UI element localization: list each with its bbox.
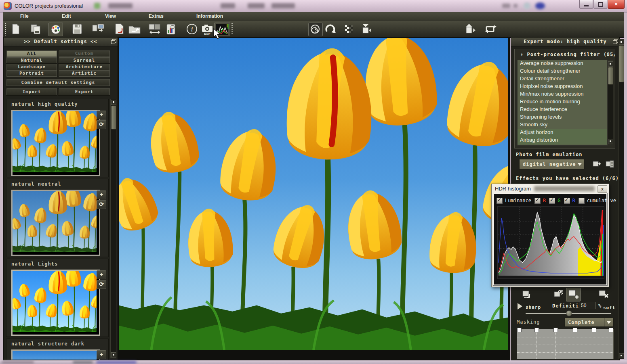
info-icon[interactable]: i xyxy=(185,23,199,36)
exif-icon[interactable]: EXIF xyxy=(200,23,214,36)
filter-item[interactable]: Average noise suppression xyxy=(518,60,607,68)
filter-item[interactable]: Smooth sky xyxy=(518,121,607,129)
maximize-button[interactable] xyxy=(593,0,607,9)
right-panel-scrollbar[interactable] xyxy=(618,39,624,359)
filter-item[interactable]: Min/max noise suppression xyxy=(518,91,607,98)
filter-item[interactable]: Colour detail strengthener xyxy=(518,68,607,75)
minimize-button[interactable] xyxy=(579,0,593,9)
mask-handle[interactable] xyxy=(609,328,613,332)
luminance-checkbox[interactable] xyxy=(497,198,503,204)
preset-item[interactable]: natural structure dark + xyxy=(6,339,109,360)
refresh-preset-icon[interactable]: ⟳ xyxy=(97,120,106,129)
definition-slider-thumb[interactable] xyxy=(566,310,572,316)
category-architecture-button[interactable]: Architecture xyxy=(59,64,110,70)
film-emulation-dropdown[interactable]: digital negative xyxy=(519,159,585,169)
batch-processing-icon[interactable] xyxy=(91,23,105,36)
filter-item[interactable]: Sharpening levels xyxy=(518,114,607,121)
cumulative-checkbox[interactable] xyxy=(579,198,585,204)
effect-remove-icon[interactable] xyxy=(598,289,610,300)
copy-project-icon[interactable] xyxy=(29,23,43,36)
category-surreal-button[interactable]: Surreal xyxy=(59,57,110,64)
red-checkbox[interactable] xyxy=(534,198,541,204)
filter-item[interactable]: Detail strengthener xyxy=(518,75,607,83)
import-button[interactable]: Import xyxy=(6,88,57,95)
close-button[interactable]: ✕ xyxy=(608,0,625,9)
zoom-out-icon[interactable] xyxy=(360,23,372,36)
filter-item[interactable]: Hotpixel noise suppression xyxy=(518,83,607,91)
masking-dropdown[interactable]: Complete xyxy=(564,318,614,327)
blue-checkbox[interactable] xyxy=(564,198,570,204)
filter-item[interactable]: Reduce interference xyxy=(518,106,607,114)
expand-triangle-icon[interactable] xyxy=(518,303,526,310)
effect-refresh-icon[interactable] xyxy=(552,289,564,300)
preset-thumbnail[interactable] xyxy=(11,349,100,360)
hdr-window-titlebar[interactable]: HDR histogram x xyxy=(492,184,609,193)
add-preset-icon[interactable]: + xyxy=(97,190,106,199)
menu-view[interactable]: View xyxy=(105,13,116,19)
category-landscape-button[interactable]: Landscape xyxy=(6,64,57,70)
preset-item[interactable]: natural Lights + ⟳ xyxy=(6,259,109,337)
film-settings-icon[interactable] xyxy=(604,159,616,170)
effect-add-icon[interactable] xyxy=(566,288,581,301)
category-natural-button[interactable]: Natural xyxy=(6,57,57,64)
add-preset-icon[interactable]: + xyxy=(97,111,106,119)
mask-handle[interactable] xyxy=(517,328,522,332)
undock-panel-icon[interactable] xyxy=(613,39,618,44)
preset-item[interactable]: natural neutral + ⟳ xyxy=(6,179,109,257)
category-artistic-button[interactable]: Artistic xyxy=(59,70,110,77)
expert-mode-header[interactable]: Expert mode: high quality xyxy=(511,38,619,46)
filter-item[interactable]: Airbag distortion xyxy=(518,137,607,144)
save-icon[interactable] xyxy=(70,23,84,36)
menu-extras[interactable]: Extras xyxy=(149,13,164,19)
add-preset-icon[interactable]: + xyxy=(97,270,106,279)
filter-item[interactable]: Reduce in-motion blurring xyxy=(518,98,607,106)
add-preset-icon[interactable]: + xyxy=(97,350,106,359)
combine-default-settings-button[interactable]: Combine default settings xyxy=(6,79,110,86)
chevron-down-icon[interactable] xyxy=(604,318,613,326)
filter-list-scrollbar[interactable] xyxy=(607,61,613,145)
dither-pattern-icon[interactable] xyxy=(343,23,356,36)
preset-thumbnail[interactable] xyxy=(11,270,100,336)
chevron-down-icon[interactable] xyxy=(575,159,584,169)
export-button[interactable]: Export xyxy=(59,88,110,95)
color-palette-icon[interactable] xyxy=(48,23,63,36)
green-checkbox[interactable] xyxy=(549,198,555,204)
new-project-icon[interactable] xyxy=(9,23,23,36)
compare-view-icon[interactable] xyxy=(148,23,162,36)
mask-handle[interactable] xyxy=(592,328,596,332)
effect-reset-icon[interactable] xyxy=(521,289,533,300)
image-info-icon[interactable] xyxy=(164,23,178,36)
menu-information[interactable]: Information xyxy=(196,13,223,19)
refresh-preset-icon[interactable]: ⟳ xyxy=(97,200,106,209)
redo-icon[interactable] xyxy=(324,23,337,36)
menu-file[interactable]: File xyxy=(20,13,29,19)
category-all-button[interactable]: All xyxy=(6,50,57,57)
hdr-histogram-window[interactable]: HDR histogram x Luminance R G B cumulati… xyxy=(491,184,609,287)
default-settings-header[interactable]: >> Default settings << xyxy=(4,38,118,46)
mask-handle[interactable] xyxy=(573,328,577,332)
zoom-in-icon[interactable] xyxy=(464,23,476,36)
mask-handle[interactable] xyxy=(534,328,539,332)
filter-item[interactable]: Adjust horizon xyxy=(518,129,607,137)
toolbar-grip[interactable] xyxy=(4,23,6,36)
preset-list-scrollbar[interactable] xyxy=(110,99,116,358)
preset-thumbnail[interactable] xyxy=(11,110,100,176)
rotate-canvas-icon[interactable] xyxy=(483,23,499,36)
export-image-icon[interactable] xyxy=(113,23,127,36)
category-custom-button[interactable]: Custom xyxy=(59,50,110,57)
restore-icon[interactable] xyxy=(128,23,141,36)
definition-value-input[interactable]: 50 xyxy=(579,302,596,309)
mask-handle[interactable] xyxy=(553,328,558,332)
hdr-close-icon[interactable]: x xyxy=(598,185,607,193)
up-arrow-icon[interactable]: ↑ xyxy=(520,52,527,57)
main-canvas[interactable] xyxy=(118,37,510,360)
masking-curve-area[interactable] xyxy=(517,329,614,359)
undock-panel-icon[interactable] xyxy=(111,39,116,44)
preset-thumbnail[interactable] xyxy=(11,190,100,256)
preset-item[interactable]: natural high quality + ⟳ xyxy=(6,99,109,177)
film-apply-icon[interactable] xyxy=(591,159,603,170)
category-portrait-button[interactable]: Portrait xyxy=(6,70,57,77)
refresh-preset-icon[interactable]: ⟳ xyxy=(97,280,106,289)
undo-timeline-icon[interactable] xyxy=(308,23,323,36)
menu-edit[interactable]: Edit xyxy=(62,13,71,19)
